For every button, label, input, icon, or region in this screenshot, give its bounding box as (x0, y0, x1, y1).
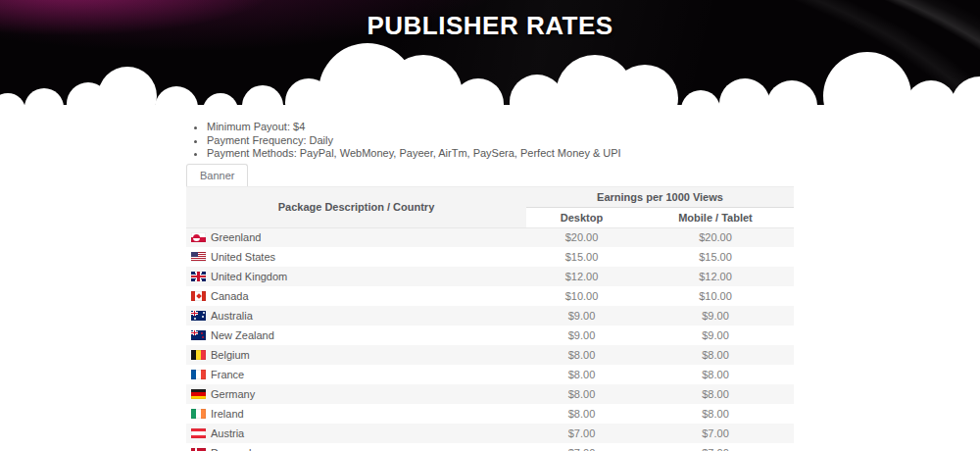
table-row: Denmark$7.00$7.00 (186, 443, 794, 451)
flag-at-icon (191, 428, 206, 438)
column-header-mobile: Mobile / Tablet (637, 207, 794, 227)
table-row: Australia$9.00$9.00 (186, 306, 794, 326)
country-label: Australia (211, 310, 253, 322)
table-row: Ireland$8.00$8.00 (186, 404, 794, 424)
desktop-rate: $9.00 (526, 306, 637, 326)
cloud-bump (951, 76, 980, 105)
rates-table-head: Package Description / Country Earnings p… (186, 186, 794, 227)
country-cell: New Zealand (186, 326, 526, 345)
table-row: United Kingdom$12.00$12.00 (186, 267, 794, 286)
country-label: Ireland (211, 408, 244, 420)
table-row: Belgium$8.00$8.00 (186, 345, 794, 365)
country-label: United States (211, 251, 275, 263)
country-label: Belgium (211, 349, 250, 361)
country-cell: France (186, 365, 526, 384)
page-title: PUBLISHER RATES (0, 11, 980, 41)
mobile-rate: $7.00 (637, 424, 794, 443)
desktop-rate: $10.00 (526, 286, 637, 306)
cloud-bump (203, 93, 238, 105)
country-label: Denmark (211, 447, 255, 451)
country-label: Greenland (211, 231, 261, 243)
cloud-bump (24, 88, 64, 105)
table-row: Canada$10.00$10.00 (186, 286, 794, 306)
mobile-rate: $9.00 (637, 306, 794, 326)
cloud-bump (823, 52, 911, 105)
country-label: Germany (211, 388, 255, 400)
cloud-bump (719, 78, 770, 105)
column-header-earnings-group: Earnings per 1000 Views (526, 186, 794, 207)
table-row: New Zealand$9.00$9.00 (186, 326, 794, 345)
flag-ca-icon (191, 291, 206, 301)
content: Minimum Payout: $4 Payment Frequency: Da… (186, 121, 794, 451)
flag-de-icon (191, 389, 206, 399)
desktop-rate: $7.00 (526, 443, 637, 451)
mobile-rate: $12.00 (637, 267, 794, 286)
rates-table: Package Description / Country Earnings p… (186, 186, 794, 451)
country-label: Canada (211, 290, 249, 302)
mobile-rate: $8.00 (637, 384, 794, 404)
desktop-rate: $8.00 (526, 345, 637, 365)
desktop-rate: $7.00 (526, 424, 637, 443)
country-label: United Kingdom (211, 271, 287, 282)
cloud-bump (906, 80, 956, 105)
flag-nz-icon (191, 330, 206, 340)
country-cell: Austria (186, 424, 526, 443)
column-header-desktop: Desktop (526, 207, 637, 227)
country-cell: Ireland (186, 404, 526, 424)
country-cell: Denmark (186, 443, 526, 451)
country-cell: Australia (186, 306, 526, 326)
country-label: New Zealand (211, 329, 274, 341)
mobile-rate: $8.00 (637, 345, 794, 365)
flag-fr-icon (191, 370, 206, 379)
mobile-rate: $8.00 (637, 365, 794, 384)
info-item-payment-methods: Payment Methods: PayPal, WebMoney, Payee… (207, 147, 794, 161)
desktop-rate: $8.00 (526, 365, 637, 384)
tab-banner[interactable]: Banner (186, 164, 248, 186)
cloud-bump (155, 86, 198, 105)
table-row: Greenland$20.00$20.00 (186, 227, 794, 247)
desktop-rate: $12.00 (526, 267, 637, 286)
mobile-rate: $15.00 (637, 247, 794, 267)
desktop-rate: $8.00 (526, 404, 637, 424)
country-cell: United Kingdom (186, 267, 526, 286)
flag-us-icon (191, 252, 206, 262)
cloud-bump (0, 93, 25, 105)
info-item-minimum-payout: Minimum Payout: $4 (207, 121, 794, 134)
flag-be-icon (191, 350, 206, 360)
rates-table-body: Greenland$20.00$20.00United States$15.00… (186, 227, 794, 451)
mobile-rate: $9.00 (637, 326, 794, 345)
table-row: Germany$8.00$8.00 (186, 384, 794, 404)
info-item-payment-frequency: Payment Frequency: Daily (207, 134, 794, 148)
tabs-bar: Banner (186, 164, 794, 186)
cloud-bump (681, 90, 720, 105)
desktop-rate: $8.00 (526, 384, 637, 404)
flag-ie-icon (191, 409, 206, 419)
cloud-bump (766, 80, 817, 105)
flag-au-icon (191, 311, 206, 321)
flag-gl-icon (191, 232, 206, 242)
desktop-rate: $9.00 (526, 326, 637, 345)
table-row: Austria$7.00$7.00 (186, 424, 794, 443)
cloud-bump (98, 67, 157, 105)
hero-header: PUBLISHER RATES (0, 0, 980, 105)
country-label: Austria (211, 427, 244, 439)
cloud-bump (242, 85, 283, 105)
payout-info-list: Minimum Payout: $4 Payment Frequency: Da… (186, 121, 794, 161)
flag-uk-icon (191, 272, 206, 281)
desktop-rate: $20.00 (526, 227, 637, 247)
country-label: France (211, 369, 244, 380)
country-cell: Germany (186, 384, 526, 404)
mobile-rate: $20.00 (637, 227, 794, 247)
desktop-rate: $15.00 (526, 247, 637, 267)
country-cell: Greenland (186, 227, 526, 247)
mobile-rate: $10.00 (637, 286, 794, 306)
column-header-country: Package Description / Country (186, 186, 526, 227)
mobile-rate: $7.00 (637, 443, 794, 451)
table-row: United States$15.00$15.00 (186, 247, 794, 267)
country-cell: United States (186, 247, 526, 267)
country-cell: Belgium (186, 345, 526, 365)
country-cell: Canada (186, 286, 526, 306)
mobile-rate: $8.00 (637, 404, 794, 424)
table-row: France$8.00$8.00 (186, 365, 794, 384)
